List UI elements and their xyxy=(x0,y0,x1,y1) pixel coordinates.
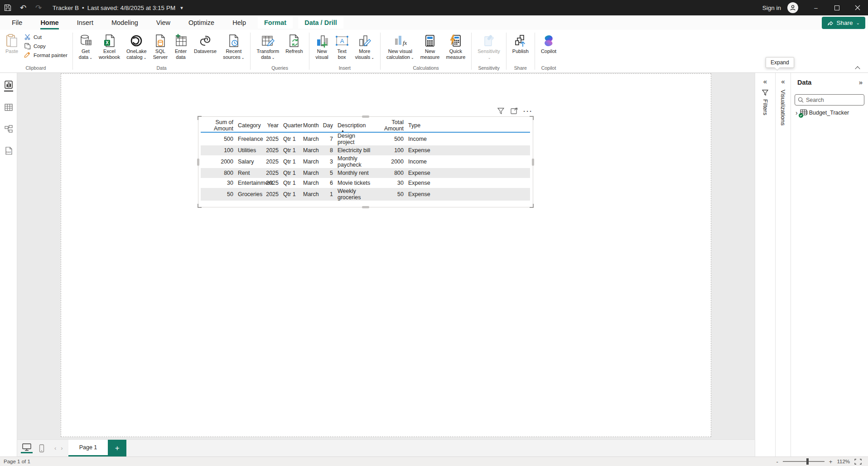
enter-data-button[interactable]: Enter data xyxy=(171,32,191,62)
undo-icon[interactable]: ↶ xyxy=(15,0,31,15)
collapse-ribbon-chevron-icon[interactable] xyxy=(854,65,862,72)
menu-bar: File Home Insert Modeling View Optimize … xyxy=(0,15,868,30)
search-box[interactable] xyxy=(795,94,864,106)
resize-handle[interactable] xyxy=(530,116,534,120)
transform-data-button[interactable]: Transform data⌄ xyxy=(253,32,282,62)
resize-handle[interactable] xyxy=(530,204,534,208)
table-header-row: Sum of AmountCategoryYearQuarterMonthDay… xyxy=(201,119,530,132)
filters-panel-title[interactable]: Filters xyxy=(762,99,769,115)
column-header[interactable]: Month xyxy=(301,119,321,132)
zoom-out-button[interactable]: - xyxy=(776,458,778,465)
table-row[interactable]: 800Rent2025Qtr 1March5Monthly rent800Exp… xyxy=(201,168,530,178)
next-page-arrow[interactable]: › xyxy=(61,445,63,452)
document-title[interactable]: Tracker B • Last saved: 4/8/2025 at 3:15… xyxy=(53,5,183,11)
table-row[interactable]: 2000Salary2025Qtr 1March3Monthly paychec… xyxy=(201,155,530,168)
fit-to-page-icon[interactable] xyxy=(854,459,862,465)
recent-sources-button[interactable]: Recent sources⌄ xyxy=(220,32,247,62)
column-header[interactable]: Sum of Amount xyxy=(201,119,236,132)
web-layout-active-indicator xyxy=(21,452,33,453)
column-header[interactable]: Description▲ xyxy=(336,119,372,132)
web-layout-button[interactable] xyxy=(21,443,33,453)
filter-funnel-icon[interactable] xyxy=(496,107,505,115)
copilot-button[interactable]: Copilot xyxy=(538,32,559,56)
title-caret-icon[interactable]: ▾ xyxy=(180,5,183,11)
dataverse-button[interactable]: Dataverse xyxy=(191,32,220,56)
column-header[interactable]: Total Amount xyxy=(372,119,406,132)
table-row[interactable]: 100Utilities2025Qtr 1March8Electricity b… xyxy=(201,145,530,155)
zoom-slider-handle[interactable] xyxy=(806,458,809,465)
text-box-button[interactable]: A Text box xyxy=(332,32,352,62)
sensitivity-button[interactable]: Sensitivity ⌄ xyxy=(474,32,503,62)
excel-workbook-button[interactable]: X Excel workbook xyxy=(96,32,123,62)
sign-in-link[interactable]: Sign in xyxy=(758,5,786,11)
table-visual[interactable]: Sum of AmountCategoryYearQuarterMonthDay… xyxy=(198,116,533,207)
new-measure-button[interactable]: New measure xyxy=(417,32,443,62)
get-data-button[interactable]: Get data⌄ xyxy=(76,32,96,62)
mobile-layout-button[interactable] xyxy=(39,444,44,452)
more-visuals-button[interactable]: More visuals⌄ xyxy=(352,32,377,62)
new-page-button[interactable]: + xyxy=(108,440,126,456)
expand-visualizations-icon[interactable]: « xyxy=(779,77,786,86)
search-input[interactable] xyxy=(806,97,856,103)
account-avatar[interactable] xyxy=(787,2,798,13)
data-group-label: Data xyxy=(76,64,248,72)
dax-query-view-button[interactable]: DAX xyxy=(0,142,17,160)
focus-mode-icon[interactable] xyxy=(510,107,519,115)
menu-home[interactable]: Home xyxy=(34,17,65,29)
close-button[interactable] xyxy=(847,0,868,15)
redo-icon[interactable]: ↷ xyxy=(31,0,46,15)
model-view-button[interactable] xyxy=(0,120,17,138)
column-header[interactable]: Quarter xyxy=(281,119,301,132)
recent-sources-icon xyxy=(228,33,240,48)
format-painter-button[interactable]: Format painter xyxy=(22,51,70,59)
column-header[interactable]: Day xyxy=(321,119,336,132)
table-row[interactable]: 500Freelance2025Qtr 1March7Design projec… xyxy=(201,132,530,145)
more-options-icon[interactable]: ··· xyxy=(523,107,533,115)
column-header[interactable]: Year xyxy=(266,119,281,132)
paste-button[interactable]: Paste xyxy=(2,32,22,56)
table-row[interactable]: 50Groceries2025Qtr 1March1Weekly groceri… xyxy=(201,188,530,201)
semantic-model-item[interactable]: › Budget_Tracker xyxy=(791,106,868,116)
refresh-button[interactable]: Refresh xyxy=(282,32,306,56)
save-icon[interactable] xyxy=(0,0,15,15)
table-row[interactable]: 30Entertainment2025Qtr 1March6Movie tick… xyxy=(201,178,530,188)
menu-data-drill[interactable]: Data / Drill xyxy=(298,17,343,29)
column-header[interactable]: Category xyxy=(236,119,266,132)
drag-handle[interactable] xyxy=(532,159,534,166)
menu-format[interactable]: Format xyxy=(258,17,293,29)
minimize-button[interactable]: – xyxy=(805,0,826,15)
drag-handle[interactable] xyxy=(362,206,369,208)
menu-file[interactable]: File xyxy=(5,17,29,29)
zoom-in-button[interactable]: + xyxy=(829,458,833,465)
share-label: Share xyxy=(837,19,853,26)
table-view-button[interactable] xyxy=(0,98,17,116)
drag-handle[interactable] xyxy=(197,159,199,166)
zoom-slider[interactable] xyxy=(783,461,825,462)
report-view-button[interactable] xyxy=(0,77,17,95)
menu-optimize[interactable]: Optimize xyxy=(182,17,221,29)
page-tab[interactable]: Page 1 xyxy=(68,440,108,456)
text-box-label-1: Text xyxy=(338,48,347,54)
copy-button[interactable]: Copy xyxy=(22,42,70,50)
prev-page-arrow[interactable]: ‹ xyxy=(54,445,56,452)
collapse-data-panel-icon[interactable]: » xyxy=(859,78,863,86)
visualizations-panel-title[interactable]: Visualizations xyxy=(780,90,786,125)
sql-server-button[interactable]: SQL Server xyxy=(150,32,171,62)
maximize-button[interactable] xyxy=(826,0,847,15)
expand-filters-icon[interactable]: « xyxy=(762,77,769,86)
publish-button[interactable]: Publish xyxy=(509,32,532,56)
menu-insert[interactable]: Insert xyxy=(71,17,100,29)
tree-chevron-icon[interactable]: › xyxy=(796,109,798,116)
onelake-catalog-button[interactable]: OneLake catalog⌄ xyxy=(123,32,150,62)
share-button[interactable]: Share ⌄ xyxy=(822,17,865,29)
quick-measure-button[interactable]: Quick measure xyxy=(443,32,468,62)
cut-button[interactable]: Cut xyxy=(22,33,70,41)
resize-handle[interactable] xyxy=(198,204,202,208)
column-header[interactable]: Type xyxy=(406,119,530,132)
menu-help[interactable]: Help xyxy=(226,17,252,29)
new-visual-calculation-button[interactable]: fx New visual calculation⌄ xyxy=(383,32,417,62)
menu-modeling[interactable]: Modeling xyxy=(105,17,145,29)
new-visual-button[interactable]: New visual xyxy=(312,32,332,62)
menu-view[interactable]: View xyxy=(150,17,177,29)
drag-handle[interactable] xyxy=(362,115,369,118)
